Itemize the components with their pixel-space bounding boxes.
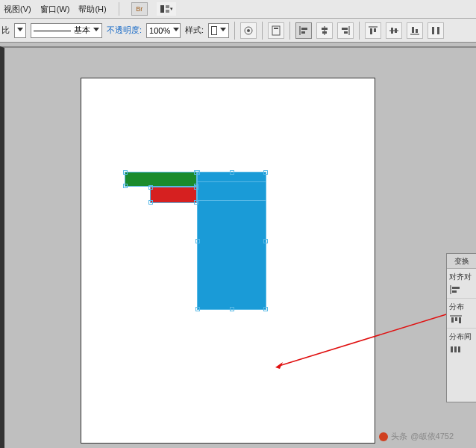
align-right-icon[interactable] xyxy=(337,22,354,39)
options-toolbar: 比 基本 不透明度: 100% 样式: xyxy=(0,19,476,43)
workspace: 变换 对齐对 分布 分布间 头条 @皈依4752 xyxy=(0,46,476,448)
svg-marker-28 xyxy=(275,362,283,369)
svg-rect-38 xyxy=(458,346,460,352)
svg-point-4 xyxy=(247,29,250,32)
svg-rect-25 xyxy=(432,27,434,34)
bridge-icon[interactable]: Br xyxy=(131,2,148,16)
stroke-preview-icon xyxy=(34,31,71,40)
menu-separator xyxy=(119,2,119,16)
align-left-icon[interactable] xyxy=(449,284,463,295)
arrange-documents-icon[interactable]: ▾ xyxy=(157,2,176,16)
svg-rect-31 xyxy=(452,290,457,293)
svg-rect-33 xyxy=(451,317,454,323)
stroke-dropdown[interactable]: 基本 xyxy=(31,23,102,38)
panel-section-align: 对齐对 xyxy=(447,269,476,299)
align-bottom-icon[interactable] xyxy=(407,22,423,39)
svg-line-27 xyxy=(279,306,473,366)
svg-rect-6 xyxy=(274,28,278,29)
toolbar-separator xyxy=(234,22,235,40)
svg-rect-36 xyxy=(451,346,453,352)
style-label: 样式: xyxy=(185,25,204,36)
rectangle-green[interactable] xyxy=(125,172,197,187)
align-top-icon[interactable] xyxy=(365,22,381,39)
toolbar-separator xyxy=(359,22,360,40)
menu-view[interactable]: 视图(V) xyxy=(4,4,31,15)
svg-rect-30 xyxy=(452,287,460,289)
svg-rect-5 xyxy=(272,26,280,35)
align-center-v-icon[interactable] xyxy=(386,22,402,39)
svg-rect-1 xyxy=(166,5,169,8)
panel-section-distribute: 分布 xyxy=(447,299,476,329)
distribute-icon[interactable] xyxy=(428,22,444,39)
attribution-prefix: 头条 xyxy=(391,431,407,442)
attribution-author: @皈依4752 xyxy=(410,431,454,442)
stroke-label: 基本 xyxy=(74,25,90,36)
svg-rect-35 xyxy=(459,317,461,323)
style-panel-icon[interactable] xyxy=(240,22,257,39)
svg-rect-0 xyxy=(160,5,164,13)
svg-rect-26 xyxy=(437,27,439,34)
attribution: 头条 @皈依4752 xyxy=(379,431,454,442)
svg-rect-21 xyxy=(395,28,397,33)
align-panel: 变换 对齐对 分布 分布间 xyxy=(446,253,476,402)
opacity-value: 100% xyxy=(149,26,170,35)
style-dropdown[interactable] xyxy=(208,23,229,38)
svg-rect-34 xyxy=(455,317,457,321)
align-center-h-icon[interactable] xyxy=(316,22,333,39)
ratio-dropdown[interactable] xyxy=(14,23,26,38)
artboard[interactable] xyxy=(81,78,375,444)
svg-rect-24 xyxy=(416,29,418,33)
menu-help[interactable]: 帮助(H) xyxy=(78,4,106,15)
toolbar-separator xyxy=(289,22,290,40)
svg-rect-18 xyxy=(374,28,376,32)
ratio-label: 比 xyxy=(1,25,10,36)
svg-rect-9 xyxy=(301,31,305,34)
rectangle-red[interactable] xyxy=(150,187,197,203)
opacity-label[interactable]: 不透明度: xyxy=(107,25,142,36)
toolbar-separator xyxy=(262,22,263,40)
svg-rect-14 xyxy=(342,28,348,30)
menu-window[interactable]: 窗口(W) xyxy=(40,4,70,15)
svg-rect-11 xyxy=(322,28,328,30)
rectangle-blue-small[interactable] xyxy=(197,181,266,201)
svg-rect-23 xyxy=(412,27,414,33)
panel-section-distribute-spacing: 分布间 xyxy=(447,329,476,358)
svg-rect-2 xyxy=(166,10,169,13)
opacity-input[interactable]: 100% xyxy=(146,23,181,38)
toutiao-logo-icon xyxy=(379,432,388,441)
menu-bar: 视图(V) 窗口(W) 帮助(H) Br ▾ xyxy=(0,0,476,19)
svg-rect-37 xyxy=(454,346,457,352)
panel-tab-transform[interactable]: 变换 xyxy=(447,254,476,269)
svg-rect-8 xyxy=(301,28,307,30)
distribute-top-icon[interactable] xyxy=(449,314,463,325)
svg-rect-12 xyxy=(322,31,327,34)
align-left-icon[interactable] xyxy=(295,22,312,39)
document-setup-icon[interactable] xyxy=(268,22,284,39)
svg-rect-15 xyxy=(344,31,348,34)
distribute-spacing-icon[interactable] xyxy=(449,344,463,355)
svg-rect-20 xyxy=(391,28,393,34)
svg-rect-17 xyxy=(370,28,372,34)
